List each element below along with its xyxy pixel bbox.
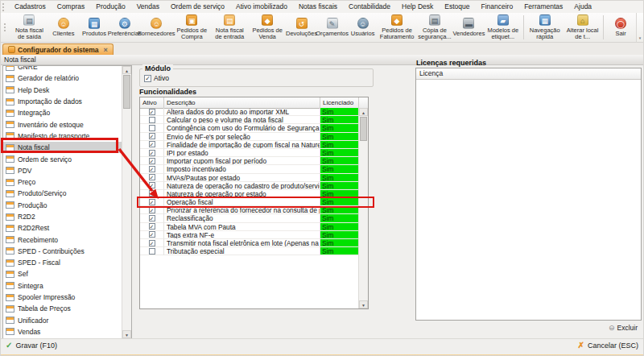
feature-checkbox[interactable] [149, 125, 155, 131]
sidebar-item-r2d2[interactable]: R2D2 [3, 211, 122, 222]
menu-item-estoque[interactable]: Estoque [439, 1, 475, 13]
tree-scrollbar[interactable]: ▲ ▼ [122, 66, 131, 338]
toolbar-button-sair[interactable]: ◯Sair [605, 14, 636, 41]
menu-item-ordem-de-servico[interactable]: Ordem de serviço [165, 1, 230, 13]
feature-row[interactable]: Importar cupom fiscal por períodoSim [140, 157, 359, 165]
feature-checkbox[interactable] [149, 109, 155, 115]
feature-checkbox[interactable] [149, 231, 155, 238]
feature-row[interactable]: Contingência com uso do Formulário de Se… [140, 124, 359, 132]
toolbar-button-vendedores[interactable]: ▬Vendedores [453, 14, 484, 41]
menu-item-help-desk[interactable]: Help Desk [396, 1, 439, 13]
feature-row[interactable]: Tabela MVA com PautaSim [140, 223, 359, 231]
feature-row[interactable]: Finalidade de importação de cupom fiscal… [140, 141, 359, 149]
sidebar-item-producao[interactable]: Produção [3, 200, 122, 211]
sidebar-item-inventario-de-estoque[interactable]: Inventário de estoque [3, 118, 122, 130]
feature-checkbox[interactable] [149, 199, 155, 205]
toolbar-button-fornecedores[interactable]: ☺Fornecedores [140, 14, 173, 41]
sidebar-item-produto-servico[interactable]: Produto/Serviço [3, 188, 122, 199]
feature-checkbox[interactable] [149, 215, 155, 221]
feature-row[interactable]: Calcular o peso e volume da nota fiscalS… [140, 116, 359, 124]
tab-configurador-do-sistema[interactable]: Configurador do sistema × [2, 43, 114, 55]
features-scrollbar-thumb[interactable] [360, 117, 367, 141]
feature-checkbox[interactable] [149, 150, 155, 156]
toolbar-button-orcamentos[interactable]: ✎Orçamentos [317, 14, 348, 41]
toolbar-button-produtos[interactable]: ▦Produtos [79, 14, 109, 41]
feature-checkbox[interactable] [149, 158, 155, 164]
sidebar-item-sped-fiscal[interactable]: SPED - Fiscal [3, 257, 122, 268]
sidebar-item-preco[interactable]: Preço [3, 176, 122, 188]
sidebar-item-recebimento[interactable]: Recebimento [3, 234, 122, 245]
feature-row[interactable]: Imposto incentivadoSim [140, 165, 359, 173]
sidebar-item-sintegra[interactable]: Sintegra [3, 280, 122, 292]
feature-row[interactable]: Altera dados do produto ao importar XMLS… [140, 108, 359, 116]
feature-row[interactable]: IPI por estadoSim [140, 149, 359, 157]
toolbar-button-copia-de-seguranca[interactable]: ▤Cópia de segurança... [416, 14, 454, 41]
sidebar-item-gnre[interactable]: GNRE [3, 65, 122, 72]
feature-checkbox[interactable] [149, 207, 155, 213]
feature-checkbox[interactable] [149, 166, 155, 172]
sidebar-item-sef[interactable]: Sef [3, 268, 122, 279]
sidebar-item-integracao[interactable]: Integração [3, 107, 122, 118]
sidebar-item-gerador-de-relatorio[interactable]: Gerador de relatório [3, 72, 122, 84]
feature-checkbox[interactable] [149, 141, 155, 147]
toolbar-button-nota-fiscal-de-saida[interactable]: ▤Nota fiscal de saída [10, 14, 48, 41]
menu-item-producao[interactable]: Produção [90, 1, 130, 13]
feature-row[interactable]: Natureza de operação por estadoSim [140, 190, 359, 198]
menu-item-ferramentas[interactable]: Ferramentas [518, 1, 568, 13]
tab-close-icon[interactable]: × [104, 46, 108, 54]
menu-item-contabilidade[interactable]: Contabilidade [343, 1, 396, 13]
feature-checkbox[interactable] [149, 174, 155, 180]
feature-checkbox[interactable] [149, 182, 155, 188]
feature-row[interactable]: Natureza de operação no cadastro de prod… [140, 182, 359, 190]
toolbar-button-clientes[interactable]: ☺Clientes [48, 14, 79, 41]
feature-checkbox[interactable] [149, 248, 155, 255]
sidebar-item-unificador[interactable]: Unificador [3, 315, 122, 326]
feature-checkbox[interactable] [149, 240, 155, 246]
feature-row[interactable]: Transmitir nota fiscal eletrônica em lot… [140, 239, 359, 247]
menu-item-cadastros[interactable]: Cadastros [9, 1, 52, 13]
delete-license-button[interactable]: ⊖ Excluir [609, 324, 638, 332]
module-active-checkbox[interactable] [144, 75, 151, 82]
features-scrollbar[interactable]: ▲ ▼ [358, 108, 368, 308]
sidebar-item-tabela-de-precos[interactable]: Tabela de Preços [3, 303, 122, 314]
feature-checkbox[interactable] [149, 133, 155, 139]
feature-row[interactable]: MVAs/Pautas por estadoSim [140, 174, 359, 182]
sidebar-item-spooler-impressao[interactable]: Spooler Impressão [3, 292, 122, 303]
feature-row[interactable]: Envio de NF-e's por seleçãoSim [140, 133, 359, 141]
menu-item-ajuda[interactable]: Ajuda [568, 1, 597, 13]
sidebar-item-help-desk[interactable]: Help Desk [3, 85, 122, 96]
toolbar-button-usuarios[interactable]: ☺Usuários [348, 14, 378, 41]
menu-item-vendas[interactable]: Vendas [131, 1, 165, 13]
sidebar-item-manifesto-de-transporte[interactable]: Manifesto de transporte [3, 130, 122, 142]
menu-item-ativo-imobilizado[interactable]: Ativo imobilizado [230, 1, 293, 13]
toolbar-button-modelos-de-etiquet[interactable]: ▰Modelos de etiquet... [484, 14, 522, 41]
feature-row[interactable]: Tributação especialSim [140, 247, 359, 255]
toolbar-button-pedidos-de-compra[interactable]: ▣Pedidos de Compra [173, 14, 211, 41]
cancel-button[interactable]: ✗ Cancelar (ESC) [578, 342, 638, 350]
tree-scrollbar-thumb[interactable] [123, 75, 130, 109]
toolbar-button-navegacao-rapida[interactable]: ▦Navegação rápida [526, 14, 564, 41]
toolbar-button-devolucoes[interactable]: ↺Devoluções [287, 14, 317, 41]
menu-item-financeiro[interactable]: Financeiro [475, 1, 518, 13]
sidebar-item-pdv[interactable]: PDV [3, 165, 122, 176]
toolbar-button-alterar-local-de-t[interactable]: ⌂Alterar local de t... [564, 14, 601, 41]
sidebar-item-nota-fiscal[interactable]: Nota fiscal [3, 142, 122, 153]
sidebar-item-ordem-de-servico[interactable]: Ordem de serviço [3, 153, 122, 164]
scroll-up-icon[interactable]: ▲ [359, 108, 368, 116]
toolbar-button-nota-fiscal-de-entrada[interactable]: ▤Nota fiscal de entrada [211, 14, 249, 41]
toolbar-button-pedidos-de-faturamento[interactable]: ◆Pedidos de Faturamento [378, 14, 416, 41]
toolbar-button-preferencias[interactable]: ⚙Preferências [109, 14, 140, 41]
sidebar-item-importacao-de-dados[interactable]: Importação de dados [3, 96, 122, 107]
save-button[interactable]: ✓ Gravar (F10) [6, 342, 57, 350]
scroll-down-icon[interactable]: ▼ [359, 300, 368, 308]
scroll-up-icon[interactable]: ▲ [122, 66, 131, 74]
feature-checkbox[interactable] [149, 223, 155, 230]
feature-row[interactable]: ReclassificaçãoSim [140, 214, 359, 222]
feature-checkbox[interactable] [149, 190, 155, 197]
sidebar-item-r2d2rest[interactable]: R2D2Rest [3, 222, 122, 234]
menu-item-notas-fiscais[interactable]: Notas fiscais [293, 1, 343, 13]
feature-row-highlighted[interactable]: Operação fiscalSim [140, 198, 359, 206]
toolbar-overflow-chevron-icon[interactable]: ▾ [636, 13, 643, 43]
toolbar-button-pedidos-de-venda[interactable]: ◆Pedidos de Venda [249, 14, 287, 41]
scroll-down-icon[interactable]: ▼ [122, 330, 131, 338]
